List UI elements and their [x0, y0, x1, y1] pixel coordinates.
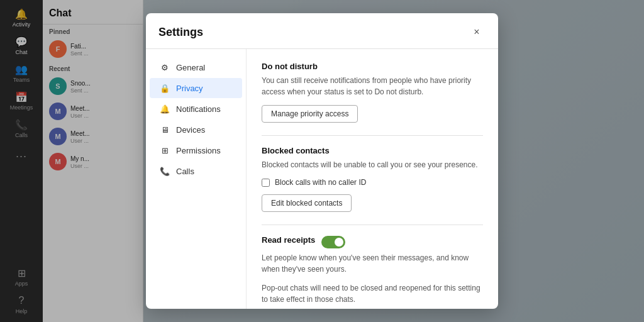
- dialog-header: Settings ×: [146, 13, 498, 49]
- gear-icon: ⚙: [160, 62, 170, 72]
- divider-1: [262, 135, 483, 136]
- block-no-caller-id-row: Block calls with no caller ID: [262, 178, 483, 187]
- edit-blocked-contacts-button[interactable]: Edit blocked contacts: [262, 194, 352, 212]
- dnd-description: You can still receive notifications from…: [262, 75, 483, 97]
- phone-icon: 📞: [160, 166, 170, 176]
- settings-nav: ⚙ General 🔒 Privacy 🔔 Notifications 🖥 De…: [146, 49, 247, 309]
- read-receipts-title: Read receipts: [262, 235, 315, 245]
- dialog-title: Settings: [158, 26, 203, 39]
- monitor-icon: 🖥: [160, 125, 170, 135]
- read-receipts-toggle-row: Read receipts: [262, 235, 483, 248]
- read-receipts-toggle[interactable]: [321, 236, 345, 248]
- settings-dialog: Settings × ⚙ General 🔒 Privacy 🔔 Notific…: [146, 13, 498, 309]
- grid-icon: ⊞: [160, 145, 170, 155]
- nav-item-privacy[interactable]: 🔒 Privacy: [150, 78, 242, 98]
- dialog-body: ⚙ General 🔒 Privacy 🔔 Notifications 🖥 De…: [146, 49, 498, 309]
- manage-priority-access-button[interactable]: Manage priority access: [262, 105, 358, 123]
- blocked-contacts-title: Blocked contacts: [262, 146, 483, 155]
- block-no-caller-id-checkbox[interactable]: [262, 179, 270, 187]
- read-receipts-desc1: Let people know when you've seen their m…: [262, 252, 483, 275]
- nav-item-permissions[interactable]: ⊞ Permissions: [150, 140, 242, 160]
- dnd-title: Do not disturb: [262, 62, 483, 71]
- blocked-contacts-section: Blocked contacts Blocked contacts will b…: [262, 146, 483, 214]
- nav-item-general[interactable]: ⚙ General: [150, 57, 242, 77]
- nav-item-calls[interactable]: 📞 Calls: [150, 161, 242, 181]
- block-no-caller-id-label: Block calls with no caller ID: [275, 178, 366, 187]
- lock-icon: 🔒: [160, 83, 170, 93]
- bell-icon: 🔔: [160, 104, 170, 114]
- divider-2: [262, 225, 483, 225]
- modal-overlay: Settings × ⚙ General 🔒 Privacy 🔔 Notific…: [0, 0, 644, 322]
- settings-content: Do not disturb You can still receive not…: [247, 49, 498, 309]
- blocked-contacts-description: Blocked contacts will be unable to call …: [262, 159, 483, 170]
- nav-item-devices[interactable]: 🖥 Devices: [150, 119, 242, 140]
- nav-item-notifications[interactable]: 🔔 Notifications: [150, 99, 242, 119]
- read-receipts-section: Read receipts Let people know when you'v…: [262, 235, 483, 305]
- close-button[interactable]: ×: [468, 23, 486, 41]
- do-not-disturb-section: Do not disturb You can still receive not…: [262, 62, 483, 125]
- read-receipts-desc2: Pop-out chats will need to be closed and…: [262, 282, 483, 305]
